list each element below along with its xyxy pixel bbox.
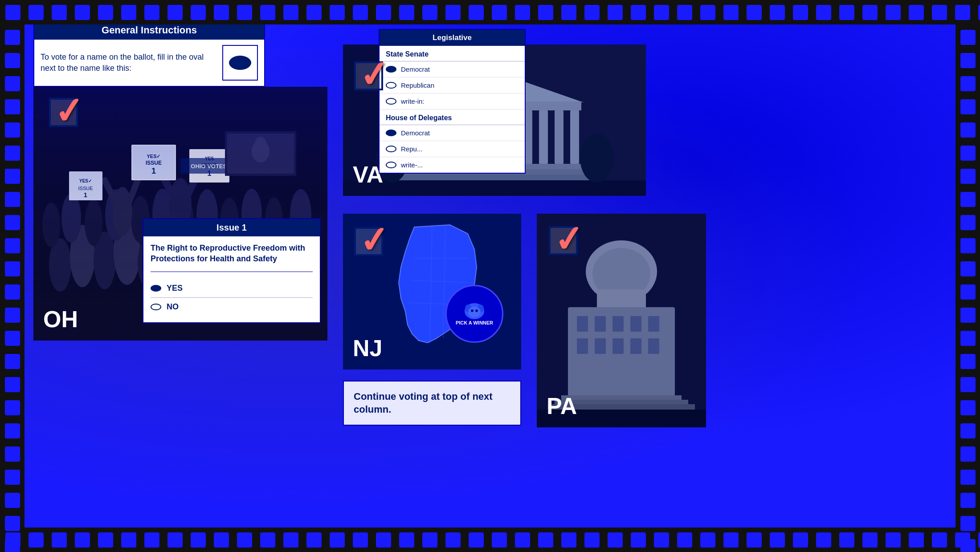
film-hole [445, 5, 461, 20]
film-hole [283, 532, 298, 548]
film-hole [237, 532, 252, 548]
film-hole [5, 493, 20, 508]
film-hole [5, 354, 20, 369]
film-hole [5, 169, 20, 184]
film-hole [793, 5, 808, 20]
film-hole [5, 5, 20, 20]
va-check-mark: ✓ [358, 56, 391, 94]
film-hole [121, 5, 136, 20]
issue1-header: Issue 1 [143, 219, 320, 236]
house-democrat-label: Democrat [401, 129, 430, 137]
film-strip-left [0, 24, 24, 528]
film-hole [960, 215, 976, 230]
film-strip-top [0, 0, 980, 24]
film-hole [960, 53, 976, 68]
film-hole [399, 532, 414, 548]
general-instructions-body: To vote for a name on the ballot, fill i… [34, 40, 264, 86]
film-hole [237, 5, 252, 20]
film-hole [306, 532, 322, 548]
film-hole [5, 423, 20, 438]
film-hole [515, 532, 530, 548]
film-hole [608, 5, 623, 20]
film-hole [52, 532, 67, 548]
film-strip-right [956, 24, 980, 528]
film-hole [5, 284, 20, 300]
film-hole [886, 5, 901, 20]
oval-example-box [222, 45, 258, 81]
film-hole [955, 5, 970, 20]
general-instructions-text: To vote for a name on the ballot, fill i… [41, 52, 216, 74]
film-hole [167, 532, 183, 548]
house-democrat: Democrat [380, 125, 525, 141]
film-hole [5, 308, 20, 323]
film-hole [5, 122, 20, 138]
film-hole [960, 308, 976, 323]
film-hole [677, 5, 692, 20]
oh-checkmark: ✓ [49, 93, 87, 131]
winner-mascot-icon [457, 302, 492, 320]
film-hole [631, 532, 646, 548]
film-hole [5, 470, 20, 485]
house-republican: Repu... [380, 141, 525, 157]
film-hole [330, 5, 345, 20]
film-hole [353, 5, 368, 20]
film-hole [260, 532, 275, 548]
film-hole [214, 532, 229, 548]
writein-label: write-in: [401, 97, 425, 105]
film-hole [932, 532, 947, 548]
continue-voting-box: Continue voting at top of next column. [343, 381, 521, 426]
legislative-ballot-card: Legislative State Senate Democrat Republ… [379, 29, 526, 174]
house-republican-label: Repu... [401, 145, 422, 153]
yes-label: YES [167, 284, 183, 293]
film-hole [978, 532, 980, 548]
oh-check-mark: ✓ [53, 92, 86, 130]
film-hole [862, 5, 878, 20]
film-hole [5, 331, 20, 346]
film-hole [960, 238, 976, 253]
film-hole [422, 532, 437, 548]
film-hole [5, 146, 20, 161]
oh-check-container: ✓ [49, 93, 87, 131]
yes-filled-oval [151, 285, 161, 292]
film-hole [960, 261, 976, 276]
no-label: NO [167, 302, 179, 312]
film-hole [584, 532, 600, 548]
film-hole [5, 516, 20, 531]
film-hole [5, 539, 20, 552]
pa-state-label: PA [547, 393, 577, 419]
film-hole [932, 5, 947, 20]
film-hole [353, 532, 368, 548]
film-hole [492, 5, 507, 20]
film-hole [654, 532, 669, 548]
film-hole [770, 5, 785, 20]
film-hole [260, 5, 275, 20]
film-hole [816, 532, 831, 548]
film-hole [960, 446, 976, 462]
issue1-body: The Right to Reproductive Freedom with P… [143, 236, 320, 322]
state-senate-republican: Republican [380, 77, 525, 93]
film-hole [75, 532, 90, 548]
film-hole [167, 5, 183, 20]
film-hole [960, 423, 976, 438]
film-hole [399, 5, 414, 20]
film-hole [5, 400, 20, 415]
film-hole [5, 238, 20, 253]
general-instructions-box: General Instructions To vote for a name … [33, 20, 265, 87]
house-delegates-header: House of Delegates [380, 110, 525, 125]
film-hole [909, 5, 924, 20]
pa-check-container: ✓ [549, 222, 587, 260]
house-writein: write-... [380, 157, 525, 173]
film-hole [700, 532, 715, 548]
film-hole [909, 532, 924, 548]
legislative-body: State Senate Democrat Republican write-i… [380, 46, 525, 173]
film-hole [306, 5, 322, 20]
no-open-oval [151, 304, 161, 310]
film-hole [839, 532, 854, 548]
nj-state-label: NJ [353, 335, 382, 361]
film-hole [5, 76, 20, 91]
film-hole [5, 99, 20, 114]
film-hole [816, 5, 831, 20]
film-hole [492, 532, 507, 548]
democrat-label: Democrat [401, 65, 430, 73]
film-hole [770, 532, 785, 548]
